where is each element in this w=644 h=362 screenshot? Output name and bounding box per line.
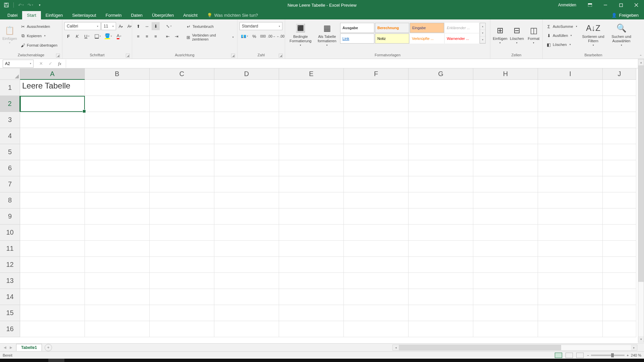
zoom-slider[interactable] — [591, 355, 625, 356]
cell-A12[interactable] — [20, 257, 85, 273]
cell-G1[interactable] — [409, 80, 473, 96]
cell-J8[interactable] — [603, 192, 636, 208]
page-layout-view-icon[interactable] — [566, 353, 573, 358]
cell-H7[interactable] — [473, 176, 538, 192]
format-cells-button[interactable]: ◫Format▾ — [526, 21, 541, 49]
scroll-left-icon[interactable]: ◂ — [393, 346, 399, 349]
row-head-12[interactable]: 12 — [0, 257, 20, 273]
cell-E15[interactable] — [279, 305, 344, 321]
cell-J2[interactable] — [603, 96, 636, 112]
cell-G5[interactable] — [409, 144, 473, 160]
cell-G12[interactable] — [409, 257, 473, 273]
cell-J13[interactable] — [603, 273, 636, 289]
cell-I13[interactable] — [538, 273, 603, 289]
cell-I4[interactable] — [538, 128, 603, 144]
cell-G6[interactable] — [409, 160, 473, 176]
cell-I10[interactable] — [538, 225, 603, 241]
cell-B3[interactable] — [85, 112, 150, 128]
style-erklaerender[interactable]: Erklärender ... — [445, 23, 479, 33]
cell-I15[interactable] — [538, 305, 603, 321]
decrease-decimal-icon[interactable]: ←.00 — [276, 32, 284, 40]
col-head-I[interactable]: I — [538, 68, 603, 80]
col-head-C[interactable]: C — [150, 68, 214, 80]
cell-H15[interactable] — [473, 305, 538, 321]
sort-filter-button[interactable]: A↓ZSortieren und Filtern▾ — [580, 21, 607, 49]
cell-J12[interactable] — [603, 257, 636, 273]
cell-B15[interactable] — [85, 305, 150, 321]
paste-button[interactable]: 📋Einfügen▾ — [2, 21, 17, 49]
cell-J5[interactable] — [603, 144, 636, 160]
cell-C12[interactable] — [150, 257, 214, 273]
insert-cells-button[interactable]: ⊞Einfügen▾ — [492, 21, 508, 49]
save-icon[interactable] — [3, 1, 10, 9]
cell-J14[interactable] — [603, 289, 636, 305]
cell-H1[interactable] — [473, 80, 538, 96]
cell-B8[interactable] — [85, 192, 150, 208]
cell-B2[interactable] — [85, 96, 150, 112]
cell-I6[interactable] — [538, 160, 603, 176]
cell-D6[interactable] — [214, 160, 279, 176]
hscroll-thumb[interactable] — [399, 345, 561, 350]
cell-E16[interactable] — [279, 321, 344, 337]
cell-J10[interactable] — [603, 225, 636, 241]
cell-I7[interactable] — [538, 176, 603, 192]
cell-A5[interactable] — [20, 144, 85, 160]
cell-F8[interactable] — [344, 192, 409, 208]
cell-A4[interactable] — [20, 128, 85, 144]
cell-H14[interactable] — [473, 289, 538, 305]
cell-A16[interactable] — [20, 321, 85, 337]
cell-E14[interactable] — [279, 289, 344, 305]
cell-E5[interactable] — [279, 144, 344, 160]
cell-E2[interactable] — [279, 96, 344, 112]
cell-H4[interactable] — [473, 128, 538, 144]
align-top-icon[interactable]: ⬆ — [134, 22, 142, 30]
tab-start[interactable]: Start — [22, 11, 41, 19]
cell-E11[interactable] — [279, 241, 344, 257]
cell-A15[interactable] — [20, 305, 85, 321]
cell-A13[interactable] — [20, 273, 85, 289]
clipboard-launcher[interactable]: ◢ — [56, 54, 60, 58]
cell-C5[interactable] — [150, 144, 214, 160]
cell-C11[interactable] — [150, 241, 214, 257]
cell-B7[interactable] — [85, 176, 150, 192]
indent-decrease-icon[interactable]: ⇤ — [164, 32, 172, 40]
minimize-icon[interactable] — [598, 0, 613, 10]
cell-G3[interactable] — [409, 112, 473, 128]
style-ausgabe[interactable]: Ausgabe — [340, 23, 374, 33]
cell-A9[interactable] — [20, 208, 85, 225]
number-launcher[interactable]: ◢ — [279, 54, 283, 58]
cell-C3[interactable] — [150, 112, 214, 128]
cell-H6[interactable] — [473, 160, 538, 176]
cell-F15[interactable] — [344, 305, 409, 321]
cell-D16[interactable] — [214, 321, 279, 337]
page-break-view-icon[interactable] — [576, 353, 584, 358]
vscroll-thumb[interactable] — [638, 65, 644, 282]
font-name-combo[interactable]: Calibri▾ — [64, 22, 101, 30]
cell-A10[interactable] — [20, 225, 85, 241]
row-head-10[interactable]: 10 — [0, 225, 20, 241]
cell-G4[interactable] — [409, 128, 473, 144]
cell-D10[interactable] — [214, 225, 279, 241]
cell-B4[interactable] — [85, 128, 150, 144]
cell-C6[interactable] — [150, 160, 214, 176]
cell-A14[interactable] — [20, 289, 85, 305]
taskview-icon[interactable]: ▭ — [32, 359, 48, 362]
cell-A7[interactable] — [20, 176, 85, 192]
align-left-icon[interactable]: ≡ — [134, 32, 142, 40]
cell-B12[interactable] — [85, 257, 150, 273]
tab-daten[interactable]: Daten — [126, 11, 147, 19]
style-notiz[interactable]: Notiz — [375, 34, 409, 44]
cell-C15[interactable] — [150, 305, 214, 321]
cell-B5[interactable] — [85, 144, 150, 160]
col-head-E[interactable]: E — [279, 68, 344, 80]
conditional-formatting-button[interactable]: 🔳Bedingte Formatierung▾ — [287, 21, 314, 49]
cell-A2[interactable] — [20, 96, 85, 112]
cell-D14[interactable] — [214, 289, 279, 305]
select-all[interactable] — [0, 68, 20, 80]
cell-J6[interactable] — [603, 160, 636, 176]
cell-G10[interactable] — [409, 225, 473, 241]
row-head-13[interactable]: 13 — [0, 273, 20, 289]
scroll-down-icon[interactable]: ▾ — [638, 336, 644, 342]
cell-G2[interactable] — [409, 96, 473, 112]
format-painter-button[interactable]: 🖌Format übertragen — [19, 41, 59, 50]
